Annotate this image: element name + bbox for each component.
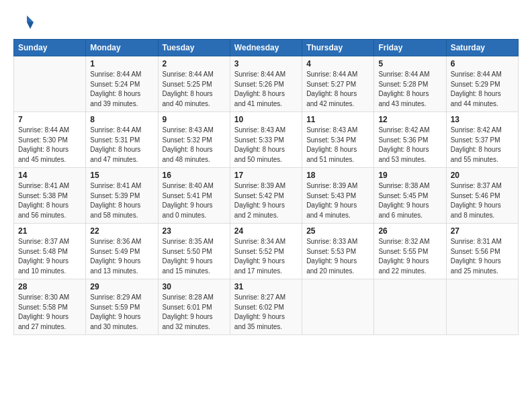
calendar-cell: 17Sunrise: 8:39 AMSunset: 5:42 PMDayligh… xyxy=(230,168,302,224)
calendar-cell: 15Sunrise: 8:41 AMSunset: 5:39 PMDayligh… xyxy=(86,168,158,224)
day-info: Sunrise: 8:41 AMSunset: 5:38 PMDaylight:… xyxy=(18,181,81,220)
calendar-cell: 22Sunrise: 8:36 AMSunset: 5:49 PMDayligh… xyxy=(86,224,158,279)
day-number: 12 xyxy=(378,115,441,124)
day-number: 5 xyxy=(378,59,441,68)
calendar-table: SundayMondayTuesdayWednesdayThursdayFrid… xyxy=(13,39,519,335)
calendar-cell: 4Sunrise: 8:44 AMSunset: 5:27 PMDaylight… xyxy=(302,56,374,112)
calendar-cell: 30Sunrise: 8:28 AMSunset: 6:01 PMDayligh… xyxy=(158,279,230,335)
day-number: 10 xyxy=(234,115,298,124)
col-header-tuesday: Tuesday xyxy=(158,40,230,56)
day-number: 11 xyxy=(306,115,369,124)
day-number: 24 xyxy=(234,226,298,236)
col-header-sunday: Sunday xyxy=(14,40,86,56)
calendar-cell: 2Sunrise: 8:44 AMSunset: 5:25 PMDaylight… xyxy=(158,56,230,112)
day-info: Sunrise: 8:32 AMSunset: 5:55 PMDaylight:… xyxy=(378,237,441,276)
calendar-cell: 20Sunrise: 8:37 AMSunset: 5:46 PMDayligh… xyxy=(446,168,518,224)
calendar-cell: 7Sunrise: 8:44 AMSunset: 5:30 PMDaylight… xyxy=(14,112,86,168)
day-info: Sunrise: 8:43 AMSunset: 5:32 PMDaylight:… xyxy=(163,126,226,165)
day-number: 20 xyxy=(451,171,514,180)
day-info: Sunrise: 8:38 AMSunset: 5:45 PMDaylight:… xyxy=(378,181,441,220)
day-info: Sunrise: 8:44 AMSunset: 5:25 PMDaylight:… xyxy=(163,70,226,109)
calendar-cell: 11Sunrise: 8:43 AMSunset: 5:34 PMDayligh… xyxy=(302,112,374,168)
calendar-cell xyxy=(374,279,446,335)
calendar-cell: 25Sunrise: 8:33 AMSunset: 5:53 PMDayligh… xyxy=(302,224,374,279)
col-header-friday: Friday xyxy=(374,40,446,56)
day-info: Sunrise: 8:37 AMSunset: 5:48 PMDaylight:… xyxy=(18,237,81,276)
calendar-cell xyxy=(302,279,374,335)
calendar-cell: 18Sunrise: 8:39 AMSunset: 5:43 PMDayligh… xyxy=(302,168,374,224)
calendar-cell xyxy=(14,56,86,112)
calendar-cell: 19Sunrise: 8:38 AMSunset: 5:45 PMDayligh… xyxy=(374,168,446,224)
day-number: 30 xyxy=(163,282,226,291)
svg-marker-0 xyxy=(27,15,34,22)
day-number: 1 xyxy=(90,59,153,68)
day-number: 22 xyxy=(90,226,153,236)
logo-icon xyxy=(13,12,34,32)
day-info: Sunrise: 8:30 AMSunset: 5:58 PMDaylight:… xyxy=(18,293,81,332)
logo xyxy=(13,12,36,32)
calendar-cell: 29Sunrise: 8:29 AMSunset: 5:59 PMDayligh… xyxy=(86,279,158,335)
day-info: Sunrise: 8:27 AMSunset: 6:02 PMDaylight:… xyxy=(234,293,298,332)
header xyxy=(13,12,519,32)
day-number: 15 xyxy=(90,171,153,180)
day-info: Sunrise: 8:31 AMSunset: 5:56 PMDaylight:… xyxy=(451,237,514,276)
day-info: Sunrise: 8:29 AMSunset: 5:59 PMDaylight:… xyxy=(90,293,153,332)
calendar-cell: 16Sunrise: 8:40 AMSunset: 5:41 PMDayligh… xyxy=(158,168,230,224)
day-number: 2 xyxy=(163,59,226,68)
page: SundayMondayTuesdayWednesdayThursdayFrid… xyxy=(0,0,532,411)
calendar-cell: 21Sunrise: 8:37 AMSunset: 5:48 PMDayligh… xyxy=(14,224,86,279)
day-number: 6 xyxy=(451,59,514,68)
calendar-cell: 24Sunrise: 8:34 AMSunset: 5:52 PMDayligh… xyxy=(230,224,302,279)
col-header-saturday: Saturday xyxy=(446,40,518,56)
day-number: 7 xyxy=(18,115,81,124)
day-number: 17 xyxy=(234,171,298,180)
day-number: 31 xyxy=(234,282,298,291)
day-number: 19 xyxy=(378,171,441,180)
day-number: 26 xyxy=(378,226,441,236)
week-row-3: 14Sunrise: 8:41 AMSunset: 5:38 PMDayligh… xyxy=(14,168,519,224)
day-info: Sunrise: 8:44 AMSunset: 5:26 PMDaylight:… xyxy=(234,70,298,109)
day-info: Sunrise: 8:39 AMSunset: 5:43 PMDaylight:… xyxy=(306,181,369,220)
day-info: Sunrise: 8:39 AMSunset: 5:42 PMDaylight:… xyxy=(234,181,298,220)
week-row-1: 1Sunrise: 8:44 AMSunset: 5:24 PMDaylight… xyxy=(14,56,519,112)
day-info: Sunrise: 8:44 AMSunset: 5:24 PMDaylight:… xyxy=(90,70,153,109)
day-number: 4 xyxy=(306,59,369,68)
day-number: 23 xyxy=(163,226,226,236)
col-header-wednesday: Wednesday xyxy=(230,40,302,56)
day-info: Sunrise: 8:34 AMSunset: 5:52 PMDaylight:… xyxy=(234,237,298,276)
calendar-cell: 28Sunrise: 8:30 AMSunset: 5:58 PMDayligh… xyxy=(14,279,86,335)
week-row-2: 7Sunrise: 8:44 AMSunset: 5:30 PMDaylight… xyxy=(14,112,519,168)
day-number: 29 xyxy=(90,282,153,291)
day-info: Sunrise: 8:33 AMSunset: 5:53 PMDaylight:… xyxy=(306,237,369,276)
calendar-cell: 31Sunrise: 8:27 AMSunset: 6:02 PMDayligh… xyxy=(230,279,302,335)
calendar-cell: 9Sunrise: 8:43 AMSunset: 5:32 PMDaylight… xyxy=(158,112,230,168)
calendar-cell: 12Sunrise: 8:42 AMSunset: 5:36 PMDayligh… xyxy=(374,112,446,168)
calendar-cell: 26Sunrise: 8:32 AMSunset: 5:55 PMDayligh… xyxy=(374,224,446,279)
day-number: 21 xyxy=(18,226,81,236)
col-header-monday: Monday xyxy=(86,40,158,56)
day-number: 16 xyxy=(163,171,226,180)
calendar-cell: 8Sunrise: 8:44 AMSunset: 5:31 PMDaylight… xyxy=(86,112,158,168)
calendar-cell: 5Sunrise: 8:44 AMSunset: 5:28 PMDaylight… xyxy=(374,56,446,112)
calendar-cell: 1Sunrise: 8:44 AMSunset: 5:24 PMDaylight… xyxy=(86,56,158,112)
day-info: Sunrise: 8:44 AMSunset: 5:28 PMDaylight:… xyxy=(378,70,441,109)
col-header-thursday: Thursday xyxy=(302,40,374,56)
day-number: 28 xyxy=(18,282,81,291)
week-row-4: 21Sunrise: 8:37 AMSunset: 5:48 PMDayligh… xyxy=(14,224,519,279)
svg-marker-1 xyxy=(27,22,34,29)
week-row-5: 28Sunrise: 8:30 AMSunset: 5:58 PMDayligh… xyxy=(14,279,519,335)
calendar-cell: 3Sunrise: 8:44 AMSunset: 5:26 PMDaylight… xyxy=(230,56,302,112)
day-info: Sunrise: 8:37 AMSunset: 5:46 PMDaylight:… xyxy=(451,181,514,220)
calendar-cell: 14Sunrise: 8:41 AMSunset: 5:38 PMDayligh… xyxy=(14,168,86,224)
day-info: Sunrise: 8:44 AMSunset: 5:31 PMDaylight:… xyxy=(90,126,153,165)
day-info: Sunrise: 8:44 AMSunset: 5:29 PMDaylight:… xyxy=(451,70,514,109)
day-info: Sunrise: 8:43 AMSunset: 5:34 PMDaylight:… xyxy=(306,126,369,165)
calendar-cell: 10Sunrise: 8:43 AMSunset: 5:33 PMDayligh… xyxy=(230,112,302,168)
calendar-cell: 13Sunrise: 8:42 AMSunset: 5:37 PMDayligh… xyxy=(446,112,518,168)
day-number: 13 xyxy=(451,115,514,124)
day-info: Sunrise: 8:44 AMSunset: 5:30 PMDaylight:… xyxy=(18,126,81,165)
day-number: 14 xyxy=(18,171,81,180)
calendar-cell: 27Sunrise: 8:31 AMSunset: 5:56 PMDayligh… xyxy=(446,224,518,279)
calendar-cell: 23Sunrise: 8:35 AMSunset: 5:50 PMDayligh… xyxy=(158,224,230,279)
day-info: Sunrise: 8:42 AMSunset: 5:37 PMDaylight:… xyxy=(451,126,514,165)
